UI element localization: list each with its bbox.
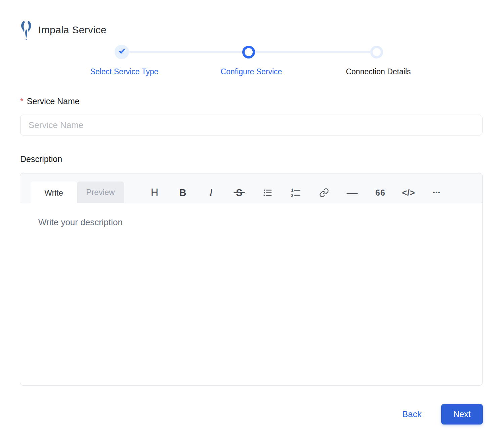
editor-tabs: Write Preview	[31, 182, 124, 204]
formatting-toolbar: H B I S	[147, 182, 444, 203]
svg-text:1: 1	[291, 188, 293, 193]
stepper-connector-1	[129, 51, 242, 53]
required-asterisk: *	[20, 96, 24, 106]
service-name-label: *Service Name	[20, 96, 80, 106]
step-label-connection-details: Connection Details	[346, 67, 411, 76]
tab-preview[interactable]: Preview	[77, 182, 124, 203]
impala-logo-icon	[19, 20, 33, 40]
code-icon[interactable]: </>	[401, 185, 416, 200]
heading-icon[interactable]: H	[147, 185, 162, 200]
stepper-connector-2	[255, 51, 370, 53]
back-button[interactable]: Back	[402, 409, 422, 419]
italic-icon[interactable]: I	[204, 185, 218, 200]
horizontal-rule-icon[interactable]: —	[345, 185, 360, 200]
page-title: Impala Service	[38, 24, 107, 36]
check-icon	[118, 47, 126, 56]
description-label: Description	[20, 154, 62, 164]
tab-write[interactable]: Write	[31, 182, 77, 204]
step-2-active-indicator	[242, 46, 255, 58]
editor-toolbar-bar: Write Preview H B I S	[20, 173, 482, 203]
step-label-select-service-type: Select Service Type	[90, 67, 159, 76]
more-icon[interactable]: •••	[429, 185, 444, 200]
impala-service-wizard: Impala Service Select Service Type Confi…	[0, 0, 504, 443]
strikethrough-icon[interactable]: S	[232, 185, 247, 200]
step-3-pending-indicator	[370, 46, 383, 58]
quote-icon[interactable]: 66	[373, 185, 388, 200]
editor-write-area	[20, 203, 482, 385]
unordered-list-icon[interactable]	[260, 185, 275, 200]
link-icon[interactable]	[317, 185, 331, 200]
ordered-list-icon[interactable]: 1 2	[288, 185, 303, 200]
bold-icon[interactable]: B	[175, 185, 190, 200]
description-textarea[interactable]	[20, 203, 482, 385]
service-name-input[interactable]	[20, 115, 482, 135]
step-label-configure-service: Configure Service	[221, 67, 282, 76]
next-button[interactable]: Next	[441, 404, 483, 425]
svg-text:2: 2	[291, 193, 293, 197]
description-editor: Write Preview H B I S	[20, 173, 483, 386]
step-1-completed-indicator	[115, 45, 129, 59]
